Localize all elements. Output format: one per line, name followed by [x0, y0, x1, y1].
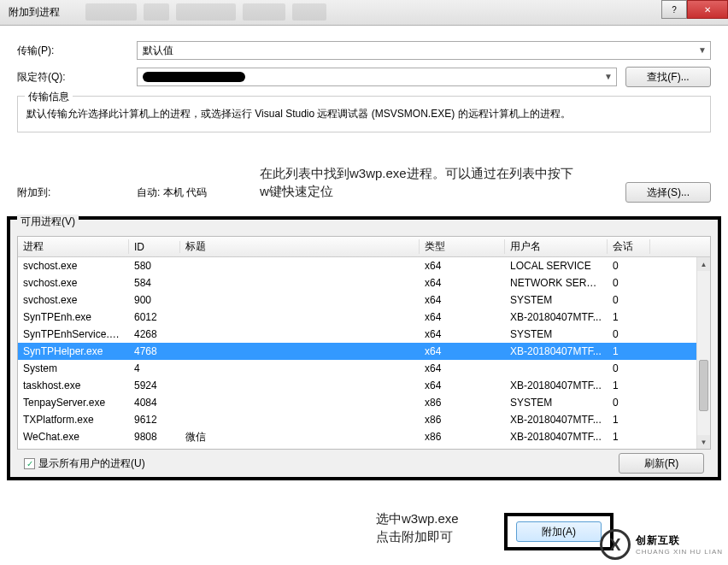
cell: WeChat.exe: [18, 431, 129, 443]
col-type[interactable]: 类型: [420, 239, 505, 254]
cell: x64: [420, 328, 505, 340]
cell: 6012: [129, 311, 180, 323]
cell: x64: [420, 345, 505, 357]
find-button[interactable]: 查找(F)...: [625, 67, 711, 87]
cell: x86: [420, 397, 505, 409]
cell: SynTPHelper.exe: [18, 345, 129, 357]
cell: 0: [608, 328, 650, 340]
titlebar-blur: [85, 3, 427, 21]
logo-icon: X: [600, 529, 631, 560]
cell: XB-20180407MTF...: [505, 345, 608, 357]
annotation-attach: 选中w3wp.exe 点击附加即可: [376, 509, 459, 545]
titlebar: 附加到进程 ? ✕: [0, 0, 728, 26]
col-title[interactable]: 标题: [180, 239, 420, 254]
chevron-down-icon: ▼: [604, 72, 613, 81]
col-user[interactable]: 用户名: [505, 239, 608, 254]
watermark-logo: X 创新互联 CHUANG XIN HU LIAN: [600, 529, 723, 560]
cell: 9808: [129, 431, 180, 443]
refresh-button[interactable]: 刷新(R): [619, 453, 704, 474]
cell: 900: [129, 294, 180, 306]
attach-button-box: 附加(A): [504, 513, 614, 550]
cell: 580: [129, 260, 180, 272]
qualifier-label: 限定符(Q):: [17, 70, 137, 85]
table-row[interactable]: SynTPEnhService.exe4268x64SYSTEM0: [18, 326, 710, 343]
col-id[interactable]: ID: [129, 241, 180, 253]
scroll-thumb[interactable]: [699, 360, 708, 411]
cell: XB-20180407MTF...: [505, 311, 608, 323]
cell: x64: [420, 277, 505, 289]
cell: 4768: [129, 345, 180, 357]
help-button[interactable]: ?: [661, 0, 687, 19]
cell: LOCAL SERVICE: [505, 260, 608, 272]
transport-value: 默认值: [143, 44, 173, 58]
logo-subtext: CHUANG XIN HU LIAN: [636, 548, 723, 556]
cell: SynTPEnh.exe: [18, 311, 129, 323]
col-process[interactable]: 进程: [18, 239, 129, 254]
cell: 0: [608, 397, 650, 409]
cell: System: [18, 362, 129, 374]
transport-info-group: 传输信息 默认传输允许选择此计算机上的进程，或选择运行 Visual Studi…: [17, 96, 711, 132]
attach-button[interactable]: 附加(A): [516, 521, 602, 542]
cell: SYSTEM: [505, 328, 608, 340]
chevron-down-icon: ▼: [698, 45, 707, 55]
table-row[interactable]: taskhost.exe5924x64XB-20180407MTF...1: [18, 377, 710, 394]
cell: 0: [608, 277, 650, 289]
select-button[interactable]: 选择(S)...: [625, 182, 711, 203]
transport-select[interactable]: 默认值 ▼: [137, 41, 711, 60]
table-header: 进程 ID 标题 类型 用户名 会话: [18, 237, 710, 257]
table-row[interactable]: System4x640: [18, 360, 710, 377]
scroll-down-icon[interactable]: ▼: [697, 435, 710, 449]
cell: 1: [608, 414, 650, 426]
scrollbar[interactable]: ▲ ▼: [696, 257, 710, 449]
cell: 1: [608, 345, 650, 357]
table-row[interactable]: WeChat.exe9808微信x86XB-20180407MTF...1: [18, 428, 710, 445]
cell: 微信: [180, 430, 420, 444]
show-all-users-checkbox[interactable]: ✓ 显示所有用户的进程(U): [24, 456, 145, 471]
attach-to-label: 附加到:: [17, 185, 137, 200]
cell: 9612: [129, 414, 180, 426]
cell: svchost.exe: [18, 260, 129, 272]
close-button[interactable]: ✕: [687, 0, 728, 19]
transport-label: 传输(P):: [17, 44, 137, 58]
cell: svchost.exe: [18, 277, 129, 289]
cell: XB-20180407MTF...: [505, 431, 608, 443]
table-row[interactable]: svchost.exe584x64NETWORK SERVICE0: [18, 274, 710, 291]
cell: 0: [608, 362, 650, 374]
show-all-users-label: 显示所有用户的进程(U): [38, 456, 145, 471]
available-processes-section: 可用进程(V) 进程 ID 标题 类型 用户名 会话 svchost.exe58…: [7, 216, 721, 480]
cell: taskhost.exe: [18, 380, 129, 391]
scroll-up-icon[interactable]: ▲: [697, 257, 710, 271]
cell: x86: [420, 431, 505, 443]
table-row[interactable]: svchost.exe580x64LOCAL SERVICE0: [18, 257, 710, 274]
qualifier-select[interactable]: ▼: [137, 68, 617, 86]
table-row[interactable]: TXPlatform.exe9612x86XB-20180407MTF...1: [18, 411, 710, 428]
process-table: 进程 ID 标题 类型 用户名 会话 svchost.exe580x64LOCA…: [17, 236, 711, 450]
table-row[interactable]: TenpayServer.exe4084x86SYSTEM0: [18, 394, 710, 411]
window-title: 附加到进程: [9, 5, 60, 20]
cell: 5924: [129, 380, 180, 391]
col-session[interactable]: 会话: [608, 239, 650, 254]
cell: 1: [608, 380, 650, 391]
cell: SynTPEnhService.exe: [18, 328, 129, 340]
cell: TenpayServer.exe: [18, 397, 129, 409]
transport-info-text: 默认传输允许选择此计算机上的进程，或选择运行 Visual Studio 远程调…: [26, 103, 702, 125]
cell: 4268: [129, 328, 180, 340]
cell: SYSTEM: [505, 397, 608, 409]
cell: 1: [608, 311, 650, 323]
logo-text: 创新互联: [636, 533, 723, 548]
table-row[interactable]: SynTPHelper.exe4768x64XB-20180407MTF...1: [18, 343, 710, 360]
cell: x64: [420, 260, 505, 272]
cell: XB-20180407MTF...: [505, 380, 608, 391]
cell: TXPlatform.exe: [18, 414, 129, 426]
cell: SYSTEM: [505, 294, 608, 306]
cell: x64: [420, 294, 505, 306]
cell: 4: [129, 362, 180, 374]
table-row[interactable]: SynTPEnh.exe6012x64XB-20180407MTF...1: [18, 309, 710, 326]
available-processes-title: 可用进程(V): [17, 215, 79, 229]
cell: XB-20180407MTF...: [505, 414, 608, 426]
cell: x64: [420, 311, 505, 323]
table-row[interactable]: svchost.exe900x64SYSTEM0: [18, 291, 710, 309]
cell: svchost.exe: [18, 294, 129, 306]
cell: 0: [608, 260, 650, 272]
cell: x86: [420, 414, 505, 426]
